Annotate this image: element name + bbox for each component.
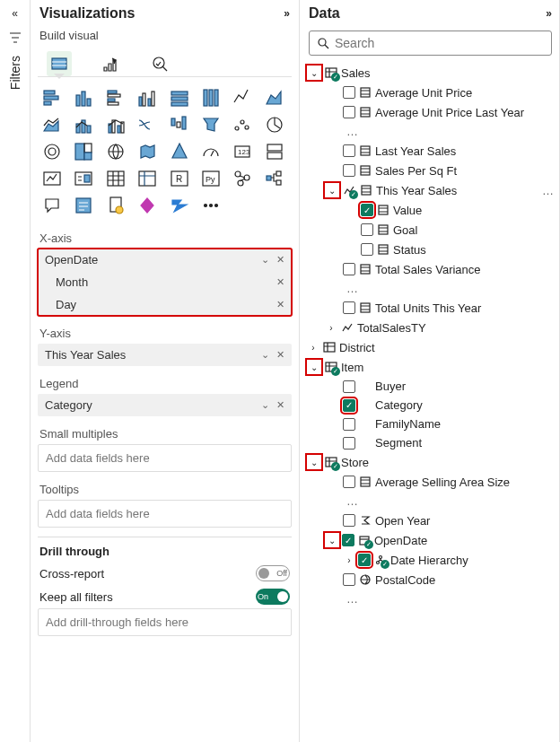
hundred-stacked-column-icon[interactable] <box>198 86 223 109</box>
field-total-sales-variance[interactable]: Total Sales Variance <box>375 263 481 276</box>
checkbox-checked[interactable]: ✓ <box>342 534 354 546</box>
expand-icon[interactable]: › <box>343 555 355 565</box>
kpi-icon[interactable] <box>39 167 65 190</box>
r-visual-icon[interactable]: R <box>167 167 192 190</box>
x-axis-field-opendate[interactable]: OpenDate <box>45 253 98 266</box>
paginated-report-icon[interactable] <box>103 194 128 217</box>
table-sales[interactable]: Sales <box>341 66 371 80</box>
funnel-chart-icon[interactable] <box>198 113 223 136</box>
map-icon[interactable] <box>103 140 128 163</box>
multi-row-card-icon[interactable] <box>262 140 287 163</box>
stacked-bar-chart-icon[interactable] <box>39 86 65 109</box>
format-visual-tab[interactable] <box>97 51 122 76</box>
field-segment[interactable]: Segment <box>375 436 422 450</box>
checkbox[interactable] <box>343 476 355 488</box>
line-stacked-column-icon[interactable] <box>71 113 96 136</box>
checkbox[interactable] <box>361 243 373 256</box>
field-value[interactable]: Value <box>393 204 422 217</box>
hundred-stacked-bar-icon[interactable] <box>167 86 192 109</box>
decomposition-tree-icon[interactable] <box>262 167 287 190</box>
checkbox[interactable] <box>343 106 355 118</box>
filled-map-icon[interactable] <box>135 140 160 163</box>
y-axis-field[interactable]: This Year Sales <box>45 348 126 362</box>
cross-report-toggle[interactable]: Off <box>256 565 290 581</box>
keep-all-filters-toggle[interactable]: On <box>256 589 290 605</box>
azure-map-icon[interactable] <box>167 140 192 163</box>
table-item[interactable]: Item <box>341 361 363 374</box>
field-sales-per-sqft[interactable]: Sales Per Sq Ft <box>375 164 457 178</box>
drill-through-well[interactable]: Add drill-through fields here <box>38 608 292 636</box>
checkbox-checked[interactable]: ✓ <box>343 399 355 412</box>
waterfall-chart-icon[interactable] <box>167 113 192 136</box>
checkbox[interactable] <box>343 86 355 99</box>
gauge-icon[interactable] <box>198 140 223 163</box>
field-open-year[interactable]: Open Year <box>375 514 430 528</box>
field-avg-unit-price[interactable]: Average Unit Price <box>375 86 472 100</box>
remove-icon[interactable]: ✕ <box>276 349 284 361</box>
clustered-bar-chart-icon[interactable] <box>103 86 128 109</box>
smart-narrative-icon[interactable] <box>71 194 96 217</box>
remove-icon[interactable]: ✕ <box>276 399 284 411</box>
clustered-column-chart-icon[interactable] <box>135 86 160 109</box>
x-axis-field-day[interactable]: Day <box>56 298 76 311</box>
donut-chart-icon[interactable] <box>39 140 65 163</box>
table-district[interactable]: District <box>339 341 375 354</box>
field-date-hierarchy[interactable]: Date Hierarchy <box>390 554 468 567</box>
field-postal-code[interactable]: PostalCode <box>375 573 435 587</box>
field-family-name[interactable]: FamilyName <box>375 417 441 431</box>
checkbox[interactable] <box>343 573 355 586</box>
checkbox[interactable] <box>343 263 355 275</box>
expand-icon[interactable]: › <box>325 323 337 333</box>
checkbox-checked[interactable]: ✓ <box>361 204 373 216</box>
area-chart-icon[interactable] <box>262 86 287 109</box>
checkbox[interactable] <box>343 380 355 393</box>
checkbox[interactable] <box>343 301 355 314</box>
field-this-year-sales[interactable]: This Year Sales <box>376 184 457 197</box>
more-icon[interactable]: … <box>343 494 358 508</box>
stacked-column-chart-icon[interactable] <box>71 86 96 109</box>
x-axis-field-month[interactable]: Month <box>56 275 88 289</box>
tooltips-well[interactable]: Add data fields here <box>38 500 292 528</box>
power-automate-icon[interactable] <box>167 194 192 217</box>
y-axis-well[interactable]: This Year Sales⌄✕ <box>38 344 292 366</box>
stacked-area-chart-icon[interactable] <box>39 113 65 136</box>
pie-chart-icon[interactable] <box>262 113 287 136</box>
legend-well[interactable]: Category⌄✕ <box>38 394 292 416</box>
field-avg-selling-area[interactable]: Average Selling Area Size <box>375 476 510 489</box>
expand-opendate-icon[interactable]: ⌄ <box>325 533 339 547</box>
expand-this-year-sales-icon[interactable]: ⌄ <box>325 183 339 197</box>
x-axis-well[interactable]: OpenDate⌄✕ Month✕ Day✕ <box>38 249 292 316</box>
line-clustered-column-icon[interactable] <box>103 113 128 136</box>
chevron-down-icon[interactable]: ⌄ <box>261 254 269 266</box>
filters-pane-collapsed[interactable]: « Filters <box>0 0 31 742</box>
table-store[interactable]: Store <box>341 456 369 469</box>
line-chart-icon[interactable] <box>230 86 255 109</box>
checkbox[interactable] <box>343 144 355 157</box>
field-goal[interactable]: Goal <box>393 223 417 237</box>
power-apps-icon[interactable] <box>135 194 160 217</box>
checkbox-checked[interactable]: ✓ <box>358 554 371 566</box>
collapse-data-icon[interactable]: » <box>546 7 552 20</box>
card-icon[interactable]: 123 <box>230 140 255 163</box>
treemap-icon[interactable] <box>71 140 96 163</box>
search-input[interactable] <box>335 36 544 50</box>
remove-icon[interactable]: ✕ <box>276 276 284 288</box>
chevron-down-icon[interactable]: ⌄ <box>261 399 269 411</box>
more-icon[interactable]: … <box>343 592 358 606</box>
checkbox[interactable] <box>343 418 355 431</box>
table-icon[interactable] <box>103 167 128 190</box>
more-icon[interactable]: … <box>343 282 358 295</box>
expand-filters-icon[interactable]: « <box>12 7 18 20</box>
more-icon[interactable]: … <box>343 125 358 138</box>
field-open-date[interactable]: OpenDate <box>374 534 427 547</box>
checkbox[interactable] <box>343 514 355 527</box>
field-total-sales-ty[interactable]: TotalSalesTY <box>357 321 426 335</box>
field-total-units-ty[interactable]: Total Units This Year <box>375 301 481 315</box>
more-icon[interactable]: … <box>538 184 554 197</box>
expand-item-icon[interactable]: ⌄ <box>307 360 321 374</box>
field-category[interactable]: Category <box>375 398 423 412</box>
matrix-icon[interactable] <box>135 167 160 190</box>
analytics-tab[interactable] <box>147 51 172 76</box>
remove-icon[interactable]: ✕ <box>276 254 284 266</box>
field-buyer[interactable]: Buyer <box>375 380 406 393</box>
